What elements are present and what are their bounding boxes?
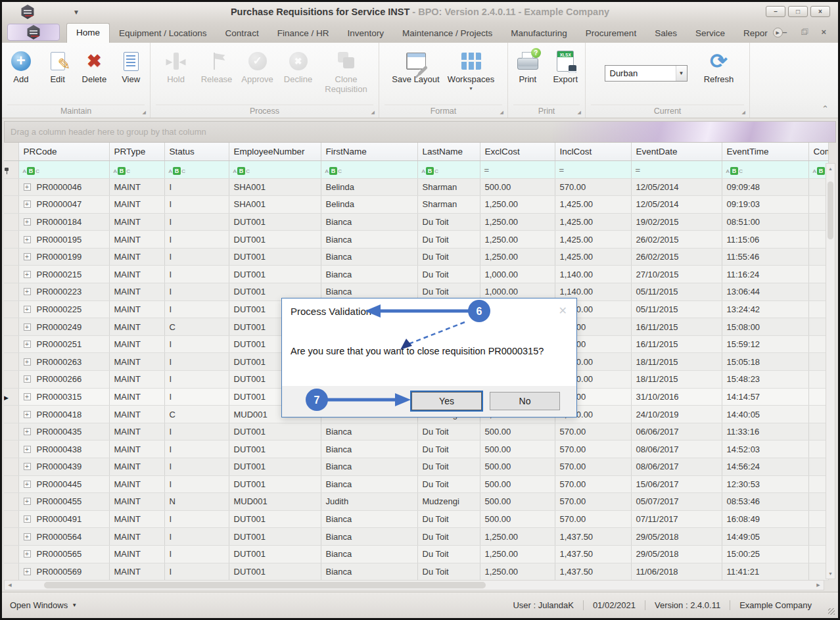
cell-status[interactable]: I <box>164 475 229 493</box>
table-row[interactable]: +PR0000438MAINTIDUT001BiancaDu Toit500.0… <box>4 441 828 458</box>
tab-equipment-locations[interactable]: Equipment / Locations <box>110 24 216 43</box>
expand-icon[interactable]: + <box>24 236 31 243</box>
filter-cell-eventdate[interactable]: = <box>631 160 722 178</box>
cell-employeenumber[interactable]: DUT001 <box>229 528 321 546</box>
filter-cell-prcode[interactable]: ABC <box>18 160 109 178</box>
scroll-left-icon[interactable]: ◀ <box>5 583 15 588</box>
column-header-lastname[interactable]: LastName <box>417 143 480 160</box>
table-row[interactable]: +PR0000195MAINTIDUT001BiancaDu Toit1,250… <box>4 231 828 249</box>
cell-exclcost[interactable]: 1,250.00 <box>480 248 555 266</box>
cell-employeenumber[interactable]: DUT001 <box>229 545 321 563</box>
auto-filter-row[interactable]: ABCABCABCABCABCABC===ABCABC <box>4 160 828 178</box>
cell-eventtime[interactable]: 11:33:16 <box>722 423 808 441</box>
equals-filter-icon[interactable]: = <box>636 165 640 175</box>
cell-eventdate[interactable]: 05/07/2017 <box>631 493 722 511</box>
tab-finance-hr[interactable]: Finance / HR <box>268 24 338 43</box>
horizontal-scrollbar[interactable]: ◀ ▶ <box>4 580 824 590</box>
cell-eventtime[interactable]: 14:52:03 <box>722 441 808 458</box>
cell-status[interactable]: I <box>164 213 229 231</box>
cell-employeenumber[interactable]: DUT001 <box>229 441 321 458</box>
abc-filter-icon[interactable]: ABC <box>726 167 743 175</box>
cell-status[interactable]: I <box>164 510 229 528</box>
cell-exclcost[interactable]: 500.00 <box>480 475 555 493</box>
table-row[interactable]: +PR0000046MAINTISHA001BelindaSharman500.… <box>4 178 828 196</box>
cell-prtype[interactable]: MAINT <box>109 528 164 546</box>
cell-eventdate[interactable]: 26/02/2015 <box>631 248 722 266</box>
cell-status[interactable]: C <box>164 406 229 423</box>
expand-icon[interactable]: + <box>24 323 31 331</box>
cell-prtype[interactable]: MAINT <box>109 283 164 301</box>
cell-status[interactable]: I <box>164 545 229 563</box>
table-row[interactable]: +PR0000491MAINTIDUT001BiancaDu Toit500.0… <box>4 510 828 528</box>
tab-home[interactable]: Home <box>66 23 110 43</box>
cell-prcode[interactable]: +PR0000046 <box>18 178 109 196</box>
cell-status[interactable]: C <box>164 318 229 336</box>
cell-prcode[interactable]: +PR0000315 <box>18 388 109 406</box>
add-button[interactable]: Add <box>5 48 37 102</box>
cell-inclcost[interactable]: 570.00 <box>555 178 631 196</box>
cell-inclcost[interactable]: 570.00 <box>555 475 631 493</box>
cell-prtype[interactable]: MAINT <box>109 231 164 249</box>
cell-eventdate[interactable]: 15/06/2017 <box>631 475 722 493</box>
cell-prcode[interactable]: +PR0000491 <box>18 510 109 528</box>
cell-prtype[interactable]: MAINT <box>109 441 164 458</box>
cell-exclcost[interactable]: 500.00 <box>480 441 555 458</box>
expand-icon[interactable]: + <box>24 218 31 226</box>
cell-prtype[interactable]: MAINT <box>109 353 164 371</box>
cell-prtype[interactable]: MAINT <box>109 178 164 196</box>
cell-firstname[interactable]: Bianca <box>321 213 417 231</box>
cell-prcode[interactable]: +PR0000569 <box>18 563 109 581</box>
cell-exclcost[interactable]: 500.00 <box>480 423 555 441</box>
expand-icon[interactable]: + <box>24 183 31 191</box>
cell-employeenumber[interactable]: DUT001 <box>229 231 321 249</box>
maximize-button[interactable]: □ <box>788 6 808 17</box>
expand-icon[interactable]: + <box>24 201 31 208</box>
expand-icon[interactable]: + <box>24 358 31 366</box>
cell-prtype[interactable]: MAINT <box>109 406 164 423</box>
column-header-inclcost[interactable]: InclCost <box>555 143 631 160</box>
cell-prcode[interactable]: +PR0000199 <box>18 248 109 266</box>
dialog-close-icon[interactable]: ✕ <box>559 304 567 317</box>
cell-firstname[interactable]: Bianca <box>321 545 417 563</box>
abc-filter-icon[interactable]: ABC <box>169 167 186 175</box>
cell-employeenumber[interactable]: MUD001 <box>229 493 321 511</box>
cell-eventtime[interactable]: 15:48:23 <box>722 371 808 389</box>
cell-lastname[interactable]: Du Toit <box>417 510 480 528</box>
expand-icon[interactable]: + <box>24 428 31 435</box>
cell-prtype[interactable]: MAINT <box>109 493 164 511</box>
combobox-dropdown-icon[interactable]: ▼ <box>676 66 687 81</box>
cell-prcode[interactable]: +PR0000445 <box>18 475 109 493</box>
open-windows-button[interactable]: Open Windows ▼ <box>10 600 77 610</box>
cell-eventtime[interactable]: 16:08:49 <box>722 510 808 528</box>
cell-lastname[interactable]: Du Toit <box>417 458 480 476</box>
group-by-panel[interactable]: Drag a column header here to group by th… <box>4 121 836 143</box>
cell-inclcost[interactable]: 570.00 <box>555 493 631 511</box>
cell-eventdate[interactable]: 18/11/2015 <box>631 353 722 371</box>
cell-eventdate[interactable]: 29/05/2018 <box>631 545 722 563</box>
abc-filter-icon[interactable]: ABC <box>114 167 131 175</box>
group-dialog-launcher-icon[interactable]: ◢ <box>578 110 581 115</box>
cell-prtype[interactable]: MAINT <box>109 213 164 231</box>
cell-eventdate[interactable]: 05/11/2015 <box>631 300 722 318</box>
column-header-employeenumber[interactable]: EmployeeNumber <box>229 143 321 160</box>
table-row[interactable]: +PR0000199MAINTIDUT001BiancaDu Toit1,250… <box>4 248 828 266</box>
cell-lastname[interactable]: Mudzengi <box>417 493 480 511</box>
save-layout-button[interactable]: Save Layout <box>390 48 442 102</box>
column-header-prcode[interactable]: PRCode <box>18 143 109 160</box>
cell-status[interactable]: I <box>164 196 229 214</box>
expand-icon[interactable]: + <box>24 393 31 400</box>
cell-eventdate[interactable]: 16/11/2015 <box>631 335 722 353</box>
cell-employeenumber[interactable]: DUT001 <box>229 423 321 441</box>
cell-prtype[interactable]: MAINT <box>109 545 164 563</box>
cell-exclcost[interactable]: 500.00 <box>480 458 555 476</box>
cell-prcode[interactable]: +PR0000047 <box>18 196 109 214</box>
filter-cell-eventtime[interactable]: ABC <box>722 160 808 178</box>
cell-prcode[interactable]: +PR0000435 <box>18 423 109 441</box>
cell-firstname[interactable]: Bianca <box>321 423 417 441</box>
mdi-restore-button[interactable]: □ <box>802 27 807 37</box>
cell-exclcost[interactable]: 500.00 <box>480 493 555 511</box>
cell-lastname[interactable]: Du Toit <box>417 475 480 493</box>
cell-inclcost[interactable]: 570.00 <box>555 423 631 441</box>
cell-prcode[interactable]: +PR0000438 <box>18 441 109 458</box>
cell-firstname[interactable]: Bianca <box>321 458 417 476</box>
